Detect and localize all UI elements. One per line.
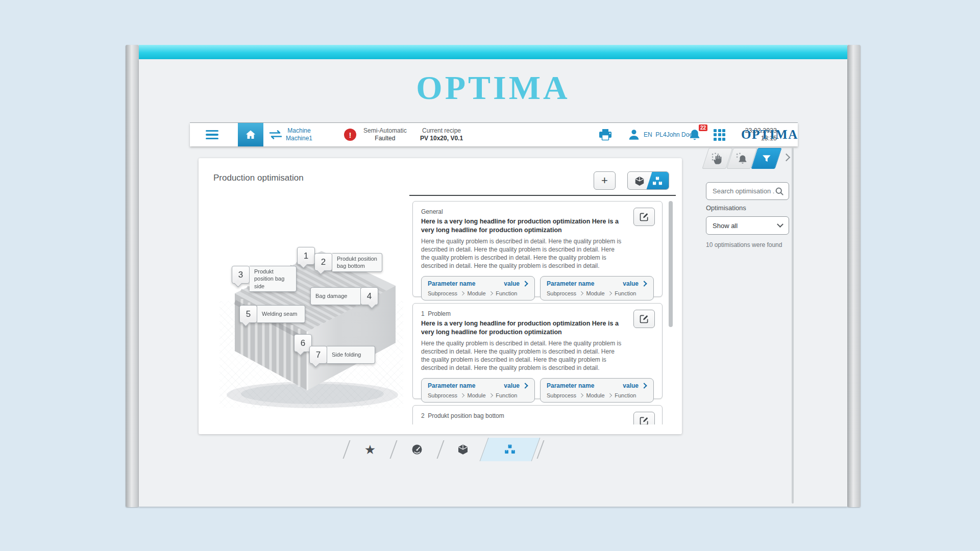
user-icon[interactable] bbox=[627, 123, 641, 146]
callout-3-label: Produkt position bag side bbox=[250, 266, 297, 292]
package-illustration: 1 2 Produkt position bag bottom 3 Produk… bbox=[219, 224, 403, 413]
search-input[interactable] bbox=[713, 187, 774, 195]
edit-pencil-icon bbox=[639, 212, 649, 222]
card-headline: Here is a very long headline for product… bbox=[421, 217, 623, 234]
star-icon: ★ bbox=[364, 443, 376, 456]
list-top-divider bbox=[409, 195, 676, 196]
optimisation-card-problem-1[interactable]: 1 Problem Here is a very long headline f… bbox=[412, 303, 663, 399]
chevron-right-icon bbox=[489, 393, 493, 397]
chevron-right-icon bbox=[608, 393, 612, 397]
callout-2-label: Produkt position bag bottom bbox=[332, 253, 382, 272]
callout-4[interactable]: Bag damage 4 bbox=[310, 287, 378, 305]
mode-value: Faulted bbox=[375, 135, 395, 142]
callout-3[interactable]: 3 Produkt position bag side bbox=[232, 266, 297, 292]
mode-label: Semi-Automatic bbox=[363, 127, 407, 135]
hamburger-menu-icon[interactable] bbox=[205, 123, 218, 146]
crumb-function: Function bbox=[615, 392, 636, 398]
edit-card-button[interactable] bbox=[633, 208, 655, 226]
print-button[interactable] bbox=[598, 123, 612, 146]
cube-icon bbox=[457, 443, 469, 456]
chevron-right-icon bbox=[579, 393, 583, 397]
apps-grid-button[interactable] bbox=[714, 123, 725, 146]
search-icon[interactable] bbox=[774, 186, 785, 196]
cube-icon bbox=[634, 176, 645, 187]
callout-7[interactable]: 7 Side folding bbox=[309, 346, 375, 364]
machine-name: Machine1 bbox=[286, 135, 312, 142]
alarm-bell-icon bbox=[736, 152, 749, 165]
parameter-chip[interactable]: Parameter name value Subprocess Module F… bbox=[540, 276, 654, 300]
machine-label: Machine bbox=[287, 127, 310, 135]
optimisation-search[interactable] bbox=[706, 182, 789, 200]
sidebar-scrollbar[interactable] bbox=[792, 147, 794, 504]
machine-switch-icon[interactable] bbox=[268, 123, 283, 146]
right-sidebar: Optimisations Show all 10 optimisations … bbox=[697, 146, 798, 507]
add-optimisation-button[interactable]: + bbox=[594, 171, 616, 190]
filter-dropdown-value: Show all bbox=[713, 222, 738, 230]
view-toggle bbox=[627, 171, 669, 190]
card-body: Here the quality problem is described in… bbox=[421, 238, 624, 270]
optimisation-card-problem-2[interactable]: 2 Produkt position bag bottom bbox=[412, 405, 663, 424]
card-headline: Here is a very long headline for product… bbox=[421, 319, 623, 336]
machine-selector[interactable]: Machine Machine1 bbox=[286, 123, 312, 146]
edit-pencil-icon bbox=[639, 416, 649, 424]
notification-count-badge: 22 bbox=[699, 124, 707, 131]
parameter-name: Parameter name bbox=[428, 382, 475, 389]
toolbar-pallet-view-tab[interactable] bbox=[496, 438, 524, 461]
toolbar-dashboard-tab[interactable] bbox=[403, 438, 431, 461]
parameter-value: value bbox=[623, 280, 639, 287]
callout-4-number: 4 bbox=[360, 287, 378, 305]
callout-5[interactable]: 5 Welding seam bbox=[239, 305, 305, 323]
recipe-value: PV 10x20, V0.1 bbox=[420, 135, 463, 142]
crumb-function: Function bbox=[615, 290, 636, 296]
edit-card-button[interactable] bbox=[633, 412, 655, 424]
card-tag: 1 Problem bbox=[421, 310, 654, 317]
edit-card-button[interactable] bbox=[633, 310, 655, 328]
parameter-chip[interactable]: Parameter name value Subprocess Module F… bbox=[540, 378, 654, 403]
results-count-text: 10 optimisations were found bbox=[706, 241, 782, 248]
filter-funnel-icon bbox=[761, 153, 772, 164]
chevron-right-icon bbox=[641, 281, 647, 286]
chevron-right-icon bbox=[460, 393, 464, 397]
callout-2[interactable]: 2 Produkt position bag bottom bbox=[314, 253, 382, 272]
card-list-scrollbar[interactable] bbox=[669, 201, 673, 327]
toolbar-favorites-tab[interactable]: ★ bbox=[356, 438, 384, 461]
notifications-button[interactable]: 22 bbox=[688, 123, 701, 146]
chevron-right-icon bbox=[608, 291, 612, 295]
toolbar-package-view-tab[interactable] bbox=[449, 438, 477, 461]
parameter-name: Parameter name bbox=[547, 280, 594, 287]
callout-5-label: Welding seam bbox=[257, 305, 305, 323]
home-button[interactable] bbox=[238, 123, 263, 146]
apps-grid-icon bbox=[714, 129, 725, 141]
machine-mode-status: Semi-Automatic Faulted bbox=[363, 123, 407, 146]
crumb-subprocess: Subprocess bbox=[547, 392, 576, 398]
chevron-right-icon bbox=[579, 291, 583, 295]
card-body: Here the quality problem is described in… bbox=[421, 340, 624, 372]
parameter-chips-row: Parameter name value Subprocess Module F… bbox=[421, 378, 654, 403]
parameter-chip[interactable]: Parameter name value Subprocess Module F… bbox=[421, 276, 535, 300]
parameter-name: Parameter name bbox=[547, 382, 594, 389]
optimisation-card-list: General Here is a very long headline for… bbox=[409, 196, 676, 424]
parameter-chips-row: Parameter name value Subprocess Module F… bbox=[421, 276, 654, 300]
chevron-down-icon bbox=[777, 221, 783, 228]
page-title: Production optimisation bbox=[213, 173, 304, 183]
user-session-info[interactable]: EN PL4 John Doe bbox=[644, 123, 693, 146]
gauge-icon bbox=[411, 443, 423, 456]
monitor-led-strip bbox=[139, 45, 847, 59]
parameter-name: Parameter name bbox=[428, 280, 475, 287]
toolbar-divider bbox=[342, 440, 350, 459]
callout-3-number: 3 bbox=[232, 266, 250, 284]
sidebar-expand-chevron-icon[interactable] bbox=[782, 154, 791, 162]
callout-1[interactable]: 1 bbox=[297, 247, 315, 265]
parameter-chip[interactable]: Parameter name value Subprocess Module F… bbox=[421, 378, 535, 403]
production-optimisation-panel: Production optimisation + bbox=[199, 158, 682, 434]
filter-dropdown[interactable]: Show all bbox=[706, 216, 789, 235]
parameter-value: value bbox=[504, 280, 520, 287]
optimisation-card-general[interactable]: General Here is a very long headline for… bbox=[412, 201, 663, 297]
chevron-right-icon bbox=[641, 383, 647, 388]
callout-2-number: 2 bbox=[314, 253, 332, 271]
toolbar-divider bbox=[389, 440, 397, 459]
machine-status-indicator[interactable]: ! bbox=[344, 123, 356, 146]
current-recipe: Current recipe PV 10x20, V0.1 bbox=[420, 123, 463, 146]
monitor-bezel-right bbox=[847, 45, 861, 507]
edit-pencil-icon bbox=[639, 314, 649, 324]
